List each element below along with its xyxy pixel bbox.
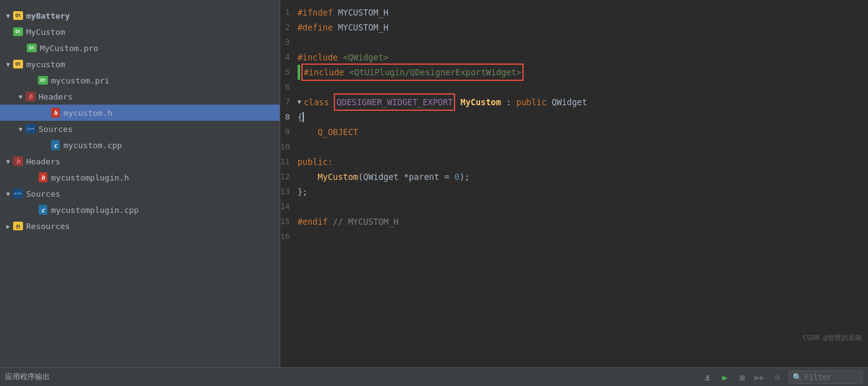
tree-item-mycustom-folder[interactable]: ▼ mycustom	[0, 56, 280, 72]
tree-item-resources[interactable]: ▶ Resources	[0, 218, 280, 234]
tree-item-mycustomplugin-h[interactable]: ▶ mycustomplugin.h	[0, 169, 280, 186]
expand-arrow: ▼	[4, 12, 12, 19]
tree-item-sources[interactable]: ▼ Sources	[0, 121, 280, 137]
tree-label: MyCustom	[26, 27, 65, 37]
code-line-16	[298, 229, 868, 244]
pro-icon	[26, 42, 37, 54]
filter-search[interactable]: 🔍	[788, 370, 863, 384]
source-folder-icon2	[12, 188, 24, 199]
line-no-11: 11	[280, 154, 298, 169]
expand-arrow: ▶	[4, 223, 12, 230]
code-line-6	[298, 80, 868, 95]
colon: :	[506, 95, 511, 110]
line-no-2: 2	[280, 20, 298, 35]
expand-arrow: ▼	[4, 191, 12, 197]
line-no-15: 15	[280, 214, 298, 229]
tree-item-headers[interactable]: ▼ Headers	[0, 88, 280, 105]
line-no-13: 13	[280, 184, 298, 199]
tree-item-mycustomplugin-cpp[interactable]: ▶ mycustomplugin.cpp	[0, 202, 280, 218]
tree-item-mycustom-pri[interactable]: ▶ mycustom.pri	[0, 72, 280, 88]
run-icon[interactable]: ▶	[719, 371, 731, 384]
access-specifier: public:	[298, 154, 333, 169]
include-path: <QWidget>	[343, 50, 389, 65]
fold-arrow[interactable]: ▼	[298, 95, 301, 110]
tree-label: Headers	[39, 92, 73, 101]
macro-name: MYCUSTOM_H	[338, 5, 389, 20]
green-marker	[298, 65, 300, 80]
stop-icon[interactable]: ■	[736, 371, 748, 384]
fastforward-icon[interactable]: ▶▶	[753, 371, 766, 384]
tree-item-mycustom-cpp[interactable]: ▶ mycustom.cpp	[0, 137, 280, 153]
tree-label: myBattery	[26, 11, 70, 21]
brace: {	[298, 110, 303, 125]
tree-item-mybattery[interactable]: ▼ myBattery	[0, 7, 280, 24]
pro-icon	[37, 75, 49, 86]
code-line-10	[298, 139, 868, 154]
param-type: QWidget	[363, 169, 399, 184]
cpp-file-icon2	[37, 204, 49, 215]
tree-item-mycustom-pro[interactable]: ▶ MyCustom.pro	[0, 40, 280, 56]
qt-green-icon	[12, 26, 24, 37]
tree-item-headers2[interactable]: ▼ Headers	[0, 153, 280, 169]
tree-label: Sources	[26, 189, 60, 199]
include-path: <QtUiPlugin/QDesignerExportWidget>	[349, 67, 521, 77]
equals: =	[444, 169, 449, 184]
tree-item-sources2[interactable]: ▼ Sources	[0, 186, 280, 202]
code-lines[interactable]: #ifndef MYCUSTOM_H #define MYCUSTOM_H #i…	[298, 5, 868, 362]
h-file-icon	[50, 107, 61, 118]
line-no-12: 12	[280, 169, 298, 184]
tree-item-mycustom-h[interactable]: ▶ mycustom.h	[0, 105, 280, 121]
code-line-4: #include <QWidget>	[298, 50, 868, 65]
tree-label: MyCustom.pro	[40, 44, 98, 53]
bottom-toolbar: 应用程序输出 ⚓ ▶ ■ ▶▶ ⚙ 🔍	[0, 367, 868, 386]
code-line-7: ▼ class QDESIGNER_WIDGET_EXPORT MyCustom…	[298, 95, 868, 110]
tree-label: Headers	[26, 157, 60, 166]
code-line-1: #ifndef MYCUSTOM_H	[298, 5, 868, 20]
tree-label: mycustom.pri	[51, 76, 110, 85]
code-line-3	[298, 35, 868, 50]
tree-item-mycustom[interactable]: ▶ MyCustom	[0, 24, 280, 40]
tree-label: Sources	[39, 125, 73, 134]
qt-proj-icon	[12, 10, 24, 21]
macro-name: MYCUSTOM_H	[338, 20, 389, 35]
expand-arrow: ▼	[16, 93, 25, 100]
header-folder-icon	[25, 91, 36, 102]
tree-label: mycustom	[26, 60, 65, 69]
line-no-4: 4	[280, 50, 298, 65]
file-tree-sidebar: ▼ myBattery ▶ MyCustom ▶ MyCustom.pro ▼	[0, 0, 280, 367]
brace-end: };	[298, 184, 308, 199]
pointer: *	[403, 169, 408, 184]
code-line-5: #include <QtUiPlugin/QDesignerExportWidg…	[298, 65, 868, 80]
editor-content: 1 2 3 4 5 6 7 8 9 10 11 12 13 14 15 16	[280, 0, 868, 367]
line-no-3: 3	[280, 35, 298, 50]
watermark: CSDN @智慧的蓝疯	[803, 333, 862, 342]
tree-label: mycustom.h	[64, 108, 112, 118]
parent-class: QWidget	[552, 95, 587, 110]
tree-label: mycustomplugin.h	[51, 173, 129, 182]
include-kw: #include	[298, 50, 338, 65]
filter-input[interactable]	[804, 373, 859, 382]
code-line-14	[298, 199, 868, 214]
anchor-icon[interactable]: ⚓	[701, 371, 714, 384]
export-macro-text: QDESIGNER_WIDGET_EXPORT	[336, 97, 453, 107]
line-no-16: 16	[280, 229, 298, 244]
expand-arrow: ▼	[4, 158, 12, 165]
class-name: MyCustom	[461, 95, 501, 110]
header-folder-icon2	[12, 156, 24, 167]
paren: (	[358, 169, 363, 184]
search-icon: 🔍	[793, 373, 802, 382]
include-kw: #include	[304, 67, 344, 77]
line-no-6: 6	[280, 80, 298, 95]
code-line-15: #endif // MYCUSTOM_H	[298, 214, 868, 229]
line-no-8: 8	[280, 110, 298, 125]
settings-icon[interactable]: ⚙	[771, 371, 783, 384]
default-val: 0	[455, 169, 460, 184]
expand-arrow: ▼	[16, 126, 25, 133]
line-no-7: 7	[280, 95, 298, 110]
class-kw: class	[304, 95, 329, 110]
constructor: MyCustom	[318, 169, 358, 184]
tree-label: mycustom.cpp	[64, 141, 122, 150]
line-no-10: 10	[280, 139, 298, 154]
code-line-2: #define MYCUSTOM_H	[298, 20, 868, 35]
output-label: 应用程序输出	[5, 372, 50, 382]
